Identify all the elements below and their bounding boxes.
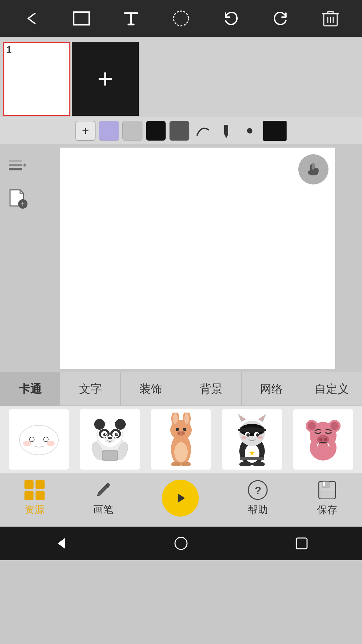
svg-point-42	[182, 432, 184, 434]
delete-button[interactable]	[317, 5, 344, 32]
svg-point-81	[175, 537, 187, 549]
svg-point-58	[241, 436, 247, 439]
svg-rect-0	[74, 12, 89, 25]
svg-marker-80	[58, 538, 65, 549]
svg-point-41	[178, 432, 180, 434]
svg-point-69	[330, 422, 339, 430]
black-color-button[interactable]	[263, 121, 287, 141]
svg-point-68	[308, 422, 316, 430]
resources-label: 资源	[24, 503, 45, 517]
tab-background[interactable]: 背景	[181, 372, 242, 406]
svg-point-56	[246, 433, 250, 437]
save-icon	[317, 480, 338, 500]
svg-point-22	[103, 433, 107, 436]
svg-point-36	[173, 413, 178, 424]
svg-point-38	[176, 428, 179, 431]
svg-rect-8	[312, 163, 314, 170]
svg-point-1	[174, 11, 188, 26]
tab-text[interactable]: 文字	[60, 372, 121, 406]
tab-custom[interactable]: 自定义	[302, 372, 362, 406]
sticker-tall-pig[interactable]	[151, 409, 211, 470]
svg-point-40	[177, 431, 185, 436]
canvas-area: +	[0, 144, 362, 372]
nav-resources[interactable]: 资源	[24, 480, 45, 517]
svg-point-12	[29, 437, 34, 442]
slide-strip: 1 +	[0, 37, 362, 117]
svg-point-37	[184, 413, 189, 424]
sys-home-button[interactable]	[169, 532, 193, 555]
svg-point-10	[23, 441, 31, 446]
tool-strip: +	[0, 117, 362, 144]
svg-marker-73	[178, 493, 185, 503]
layers-button[interactable]	[3, 151, 30, 178]
pen-label: 画笔	[93, 503, 113, 517]
svg-rect-7	[9, 160, 22, 162]
add-slide-button[interactable]: +	[72, 42, 139, 116]
add-color-button[interactable]: +	[75, 121, 96, 141]
help-label: 帮助	[248, 503, 268, 517]
nav-play[interactable]	[162, 480, 199, 517]
curve-tool-button[interactable]	[193, 121, 213, 141]
sticker-panda[interactable]	[80, 409, 140, 470]
system-nav	[0, 527, 362, 560]
back-button[interactable]	[18, 5, 45, 32]
svg-point-59	[257, 436, 263, 439]
svg-point-23	[115, 433, 118, 436]
rectangle-tool-button[interactable]	[68, 5, 95, 32]
svg-rect-3	[224, 125, 228, 134]
sticker-cat-hero[interactable]: ★	[222, 409, 282, 470]
svg-text:?: ?	[255, 484, 261, 496]
sys-recents-button[interactable]	[290, 532, 313, 555]
tab-network[interactable]: 网络	[242, 372, 302, 406]
svg-point-11	[47, 441, 55, 446]
svg-point-71	[319, 438, 322, 441]
play-button[interactable]	[162, 480, 199, 517]
sticker-angry-pig[interactable]	[293, 409, 353, 470]
color-swatch-purple[interactable]	[99, 121, 119, 141]
dot-indicator	[240, 121, 260, 141]
undo-button[interactable]	[218, 5, 244, 32]
text-tool-button[interactable]	[118, 5, 144, 32]
left-tools: +	[0, 148, 34, 211]
svg-rect-61	[240, 457, 264, 460]
sticker-panel: ★	[0, 406, 362, 473]
slide-thumbnail-1[interactable]: 1	[3, 42, 70, 116]
svg-point-13	[44, 437, 48, 442]
svg-point-72	[324, 438, 327, 441]
tab-cartoon[interactable]: 卡通	[0, 372, 60, 406]
svg-rect-30	[102, 450, 118, 461]
color-swatch-dark-gray[interactable]	[169, 121, 189, 141]
nav-pen[interactable]: 画笔	[93, 480, 113, 517]
svg-rect-5	[9, 168, 22, 170]
svg-point-25	[116, 433, 118, 435]
sticker-oval-face[interactable]	[9, 409, 69, 470]
pen-tool-button[interactable]	[212, 117, 241, 145]
redo-button[interactable]	[267, 5, 294, 32]
nav-save[interactable]: 保存	[317, 480, 338, 517]
color-swatch-black[interactable]	[146, 121, 166, 141]
new-page-button[interactable]: +	[3, 184, 30, 211]
resources-grid-icon	[24, 480, 45, 500]
nav-help[interactable]: ? 帮助	[247, 480, 268, 517]
hand-tool-button[interactable]	[298, 154, 328, 184]
svg-point-32	[174, 442, 188, 462]
color-swatch-gray[interactable]	[122, 121, 142, 141]
oval-tool-button[interactable]	[168, 5, 194, 32]
help-icon: ?	[247, 480, 268, 500]
svg-point-39	[183, 428, 186, 431]
new-page-plus-badge: +	[18, 199, 27, 209]
svg-point-16	[94, 419, 105, 430]
svg-rect-79	[320, 491, 334, 498]
svg-rect-78	[323, 482, 325, 486]
bottom-tabs: 卡通 文字 装饰 背景 网络 自定义	[0, 372, 362, 406]
bottom-nav: 资源 画笔 ? 帮助 保存	[0, 473, 362, 527]
svg-point-53	[238, 427, 266, 433]
main-canvas[interactable]	[60, 148, 335, 369]
svg-rect-6	[9, 164, 22, 166]
sys-back-button[interactable]	[49, 532, 72, 555]
svg-text:★: ★	[249, 449, 255, 457]
svg-marker-4	[224, 134, 228, 138]
pen-icon	[93, 480, 113, 500]
svg-rect-82	[296, 538, 307, 549]
tab-decor[interactable]: 装饰	[121, 372, 181, 406]
